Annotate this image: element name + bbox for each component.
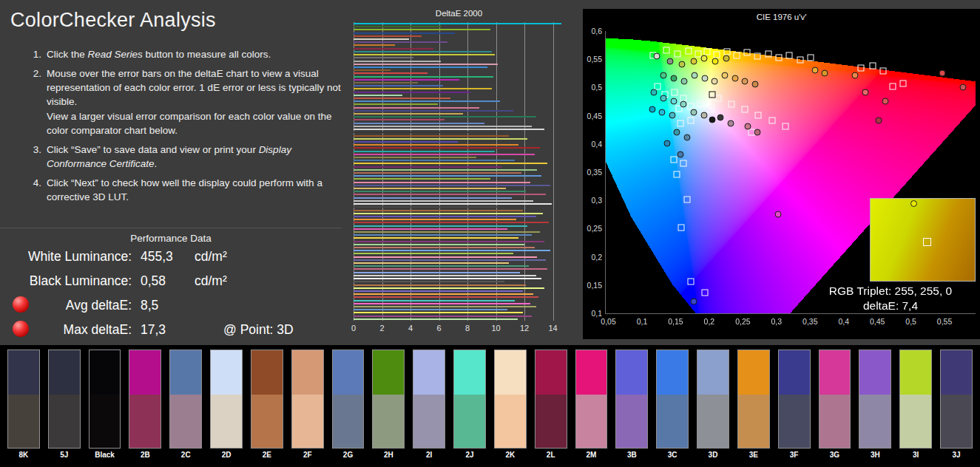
deltae-bar[interactable]: [354, 296, 538, 298]
deltae-bar[interactable]: [354, 92, 470, 93]
deltae-bar[interactable]: [354, 69, 391, 71]
deltae-bar[interactable]: [354, 67, 487, 68]
deltae-bar[interactable]: [354, 241, 544, 242]
deltae-bar[interactable]: [354, 107, 479, 109]
color-patch[interactable]: 3E: [737, 350, 770, 467]
color-patch[interactable]: 3B: [615, 350, 648, 467]
color-patch[interactable]: 5J: [48, 350, 81, 467]
color-patch[interactable]: 2B: [129, 350, 161, 467]
deltae-bar[interactable]: [354, 44, 395, 46]
deltae-bar[interactable]: [354, 132, 469, 133]
deltae-bar[interactable]: [354, 194, 546, 195]
deltae-bar[interactable]: [354, 293, 533, 295]
deltae-bar[interactable]: [354, 175, 541, 177]
deltae-bar[interactable]: [354, 278, 541, 279]
deltae-bar[interactable]: [354, 169, 537, 171]
deltae-bar[interactable]: [354, 144, 518, 146]
color-patch[interactable]: 2J: [453, 350, 486, 467]
deltae-bar[interactable]: [354, 29, 490, 30]
color-patch[interactable]: 3F: [778, 350, 811, 467]
deltae-bar[interactable]: [354, 100, 500, 102]
deltae-bar[interactable]: [354, 147, 540, 149]
deltae-bar[interactable]: [354, 95, 402, 96]
deltae-bar[interactable]: [354, 197, 512, 199]
deltae-bar[interactable]: [354, 151, 495, 152]
deltae-bar[interactable]: [354, 41, 447, 43]
color-patch[interactable]: 3J: [940, 350, 973, 467]
deltae-bar[interactable]: [354, 141, 458, 143]
deltae-bar[interactable]: [354, 79, 459, 81]
deltae-bar[interactable]: [354, 85, 443, 86]
color-patch[interactable]: 2K: [494, 350, 527, 467]
color-patch[interactable]: 8K: [7, 350, 40, 467]
deltae-bar[interactable]: [354, 290, 523, 292]
deltae-bar[interactable]: [354, 206, 499, 208]
deltae-bar[interactable]: [354, 26, 442, 27]
deltae-bar[interactable]: [354, 244, 524, 245]
deltae-bar[interactable]: [354, 98, 450, 99]
deltae-bar[interactable]: [354, 157, 476, 158]
deltae-bar[interactable]: [354, 126, 532, 127]
deltae-bar[interactable]: [354, 35, 422, 37]
deltae-bar[interactable]: [354, 228, 507, 230]
color-patch[interactable]: 2C: [169, 350, 202, 467]
color-patch[interactable]: 2F: [291, 350, 324, 467]
deltae-bar[interactable]: [354, 51, 492, 52]
deltae-bar[interactable]: [354, 247, 535, 248]
deltae-bar[interactable]: [354, 178, 490, 180]
deltae-bar[interactable]: [354, 135, 509, 137]
color-patch[interactable]: 3H: [859, 350, 891, 467]
deltae-bar[interactable]: [354, 312, 523, 313]
deltae-bar[interactable]: [354, 191, 526, 192]
deltae-bar[interactable]: [354, 262, 509, 264]
deltae-bar[interactable]: [354, 88, 492, 89]
color-patch[interactable]: 3I: [899, 350, 932, 467]
deltae-bar[interactable]: [354, 268, 547, 270]
deltae-bar[interactable]: [354, 33, 455, 34]
deltae-bar[interactable]: [354, 259, 546, 261]
color-patch[interactable]: 3D: [697, 350, 729, 467]
deltae-bar[interactable]: [354, 275, 536, 276]
deltae-bar[interactable]: [354, 234, 532, 236]
deltae-bar[interactable]: [354, 250, 550, 251]
deltae-bar[interactable]: [354, 213, 543, 214]
color-patch[interactable]: 2I: [413, 350, 445, 467]
deltae-bar[interactable]: [354, 225, 527, 227]
deltae-bar[interactable]: [354, 64, 498, 65]
deltae-bar[interactable]: [354, 309, 507, 310]
deltae-bar[interactable]: [354, 116, 536, 117]
deltae-bar[interactable]: [354, 272, 520, 273]
deltae-bar[interactable]: [354, 318, 518, 320]
deltae-bar[interactable]: [354, 72, 428, 74]
deltae-bar[interactable]: [354, 222, 549, 223]
deltae-bar[interactable]: [354, 61, 441, 62]
deltae-bar[interactable]: [354, 203, 552, 205]
color-patch[interactable]: 2L: [535, 350, 567, 467]
deltae-bar[interactable]: [354, 138, 527, 140]
deltae-bar[interactable]: [354, 57, 413, 58]
deltae-bar[interactable]: [354, 219, 516, 220]
color-patch[interactable]: 2D: [210, 350, 243, 467]
deltae-bar[interactable]: [354, 231, 540, 233]
deltae-bar[interactable]: [354, 200, 533, 202]
deltae-bar[interactable]: [354, 166, 501, 168]
deltae-bar[interactable]: [354, 281, 504, 282]
deltae-bar[interactable]: [354, 76, 493, 78]
deltae-bar[interactable]: [354, 188, 506, 189]
deltae-bar[interactable]: [354, 172, 521, 174]
deltae-bar[interactable]: [354, 284, 526, 286]
deltae-bar[interactable]: [354, 54, 495, 55]
deltae-bar[interactable]: [354, 123, 484, 124]
deltae-bar[interactable]: [354, 237, 518, 239]
color-patch[interactable]: 2E: [251, 350, 283, 467]
color-patch[interactable]: 2G: [332, 350, 365, 467]
deltae-bar[interactable]: [354, 316, 532, 317]
deltae-bar[interactable]: [354, 23, 561, 24]
deltae-bar[interactable]: [354, 253, 513, 254]
deltae-bar[interactable]: [354, 303, 530, 304]
color-patch[interactable]: 2H: [372, 350, 405, 467]
deltae-bar[interactable]: [354, 38, 409, 40]
deltae-bar[interactable]: [354, 306, 536, 307]
deltae-bar[interactable]: [354, 48, 433, 50]
color-patch[interactable]: Black: [89, 350, 121, 467]
